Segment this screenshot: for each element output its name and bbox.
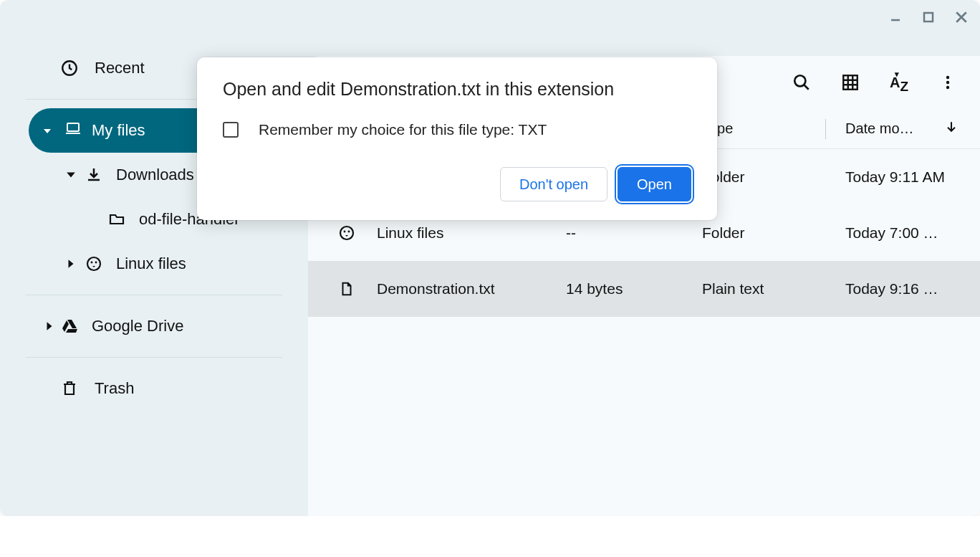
button-label: Don't open <box>519 176 588 193</box>
button-label: Open <box>637 176 672 193</box>
dialog-overlay: Open and edit Demonstration.txt in this … <box>0 0 980 516</box>
app-window: Recent My files Downloads <box>0 0 980 516</box>
remember-checkbox[interactable] <box>223 122 239 138</box>
open-button[interactable]: Open <box>618 167 691 201</box>
remember-label: Remember my choice for this file type: T… <box>259 121 547 138</box>
dont-open-button[interactable]: Don't open <box>500 167 607 201</box>
remember-choice-row[interactable]: Remember my choice for this file type: T… <box>223 121 691 138</box>
open-file-dialog: Open and edit Demonstration.txt in this … <box>197 57 717 220</box>
dialog-actions: Don't open Open <box>223 167 691 201</box>
dialog-title: Open and edit Demonstration.txt in this … <box>223 79 691 100</box>
